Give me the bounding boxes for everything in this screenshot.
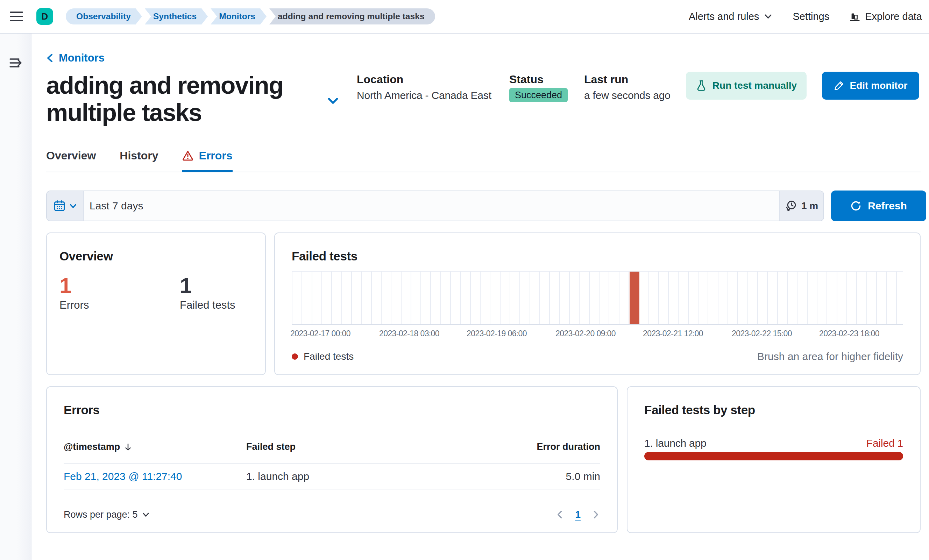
explore-data-label: Explore data xyxy=(865,11,922,22)
alerts-and-rules-menu[interactable]: Alerts and rules xyxy=(689,11,773,22)
rows-per-page-label: Rows per page: 5 xyxy=(64,509,138,520)
failed-tests-by-step-panel: Failed tests by step 1. launch app Faile… xyxy=(627,386,921,533)
failed-test-bar[interactable] xyxy=(630,272,639,324)
explore-data-link[interactable]: Explore data xyxy=(849,11,922,22)
status-badge: Succeeded xyxy=(509,88,568,102)
tab-history[interactable]: History xyxy=(120,148,158,172)
error-failed-step: 1. launch app xyxy=(246,471,495,482)
failed-tests-chart-title: Failed tests xyxy=(292,250,903,263)
page-header-row: adding and removing multiple tasks Locat… xyxy=(46,72,921,132)
refresh-interval-button[interactable]: 1 m xyxy=(779,191,823,220)
bar-chart-icon xyxy=(849,11,860,22)
next-page-icon[interactable] xyxy=(591,510,600,519)
tabs: Overview History Errors xyxy=(46,148,921,172)
legend-label[interactable]: Failed tests xyxy=(304,351,354,362)
step-row: 1. launch app Failed 1 xyxy=(644,437,903,449)
menu-icon[interactable] xyxy=(10,12,23,21)
tab-errors-label: Errors xyxy=(199,148,233,162)
chevron-down-icon xyxy=(764,12,772,21)
location-meta: Location North America - Canada East xyxy=(357,73,491,101)
date-quick-select-button[interactable] xyxy=(47,191,84,220)
failed-step-column-header[interactable]: Failed step xyxy=(246,442,495,452)
main-content: Monitors adding and removing multiple ta… xyxy=(31,34,929,560)
tab-errors[interactable]: Errors xyxy=(182,148,233,172)
status-meta: Status Succeeded xyxy=(509,73,568,102)
errors-table: @timestamp Failed step Error duration Fe… xyxy=(64,442,600,490)
summary-row: Overview 1 Errors 1 Failed tests Failed … xyxy=(46,233,921,375)
sort-down-icon xyxy=(123,442,133,451)
error-duration-column-header[interactable]: Error duration xyxy=(495,442,600,452)
table-footer: Rows per page: 5 1 xyxy=(64,509,600,520)
error-duration: 5.0 min xyxy=(495,471,600,482)
page-number-1[interactable]: 1 xyxy=(575,509,581,520)
timestamp-column-header[interactable]: @timestamp xyxy=(64,442,246,452)
errors-panel-title: Errors xyxy=(64,404,600,416)
x-axis-ticks: 2023-02-17 00:00 2023-02-18 03:00 2023-0… xyxy=(292,329,903,338)
date-range-value[interactable]: Last 7 days xyxy=(84,191,779,220)
brush-hint: Brush an area for higher fidelity xyxy=(757,350,903,363)
x-tick: 2023-02-23 18:00 xyxy=(819,329,879,338)
super-date-picker: Last 7 days 1 m xyxy=(46,191,824,221)
app: D Observability Synthetics Monitors addi… xyxy=(0,0,929,560)
x-tick: 2023-02-22 15:00 xyxy=(732,329,792,338)
x-tick: 2023-02-17 00:00 xyxy=(290,329,351,338)
errors-panel: Errors @timestamp Failed step Error dura… xyxy=(46,386,618,533)
location-value: North America - Canada East xyxy=(357,89,491,101)
x-tick: 2023-02-20 09:00 xyxy=(555,329,616,338)
time-refresh-icon xyxy=(785,200,797,212)
date-range-label: Last 7 days xyxy=(89,200,143,212)
failed-tests-histogram[interactable] xyxy=(292,271,903,325)
tab-history-label: History xyxy=(120,148,158,162)
run-test-manually-button[interactable]: Run test manually xyxy=(686,72,806,99)
monitor-select-chevron-icon[interactable] xyxy=(325,93,341,109)
back-link-label: Monitors xyxy=(59,52,104,64)
run-test-manually-label: Run test manually xyxy=(713,80,797,91)
x-tick: 2023-02-18 03:00 xyxy=(379,329,439,338)
timestamp-column-label: @timestamp xyxy=(64,442,120,452)
space-avatar[interactable]: D xyxy=(36,8,53,25)
errors-stat-value: 1 xyxy=(60,274,180,297)
refresh-label: Refresh xyxy=(868,200,907,212)
breadcrumb-synthetics[interactable]: Synthetics xyxy=(145,8,208,24)
step-failed-bar xyxy=(644,452,903,461)
refresh-interval-label: 1 m xyxy=(801,200,818,211)
chevron-down-icon xyxy=(142,511,150,519)
tab-overview-label: Overview xyxy=(46,148,96,162)
edit-monitor-button[interactable]: Edit monitor xyxy=(822,72,919,99)
breadcrumb-observability[interactable]: Observability xyxy=(66,8,142,24)
page-title: adding and removing multiple tasks xyxy=(46,72,340,126)
tab-overview[interactable]: Overview xyxy=(46,148,96,172)
back-to-monitors-link[interactable]: Monitors xyxy=(46,52,104,64)
overview-panel: Overview 1 Errors 1 Failed tests xyxy=(46,233,266,375)
calendar-icon xyxy=(53,200,66,212)
overview-stats: 1 Errors 1 Failed tests xyxy=(60,274,253,311)
error-row: Feb 21, 2023 @ 11:27:40 1. launch app 5.… xyxy=(64,464,600,490)
x-tick: 2023-02-19 06:00 xyxy=(467,329,527,338)
details-row: Errors @timestamp Failed step Error dura… xyxy=(46,386,921,533)
collapsed-sidebar xyxy=(0,34,31,560)
x-tick: 2023-02-21 12:00 xyxy=(643,329,703,338)
error-timestamp-link[interactable]: Feb 21, 2023 @ 11:27:40 xyxy=(64,471,246,482)
legend-dot-icon xyxy=(292,353,298,360)
alerts-and-rules-label: Alerts and rules xyxy=(689,11,759,22)
flask-icon xyxy=(696,80,707,91)
edit-monitor-label: Edit monitor xyxy=(850,80,908,91)
breadcrumb-monitors[interactable]: Monitors xyxy=(210,8,267,24)
status-label: Status xyxy=(509,73,568,86)
chevron-left-icon xyxy=(46,54,54,63)
chevron-down-icon xyxy=(69,202,77,210)
settings-label: Settings xyxy=(793,11,829,22)
rows-per-page-button[interactable]: Rows per page: 5 xyxy=(64,509,150,520)
previous-page-icon[interactable] xyxy=(555,510,564,519)
step-failed-count: Failed 1 xyxy=(866,437,903,449)
expand-sidebar-icon[interactable] xyxy=(8,55,25,71)
failed-tests-by-step-title: Failed tests by step xyxy=(644,404,903,416)
errors-stat: 1 Errors xyxy=(60,274,180,311)
refresh-icon xyxy=(850,200,862,211)
breadcrumb: Observability Synthetics Monitors adding… xyxy=(66,8,435,24)
refresh-button[interactable]: Refresh xyxy=(831,191,926,221)
pencil-icon xyxy=(834,80,844,91)
settings-link[interactable]: Settings xyxy=(793,11,829,22)
chart-legend: Failed tests Brush an area for higher fi… xyxy=(292,350,903,363)
errors-table-header: @timestamp Failed step Error duration xyxy=(64,442,600,464)
